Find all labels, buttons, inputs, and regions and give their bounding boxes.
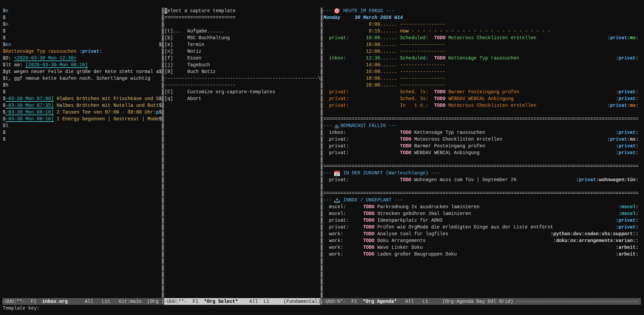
svg-text:17: 17 <box>335 172 339 176</box>
